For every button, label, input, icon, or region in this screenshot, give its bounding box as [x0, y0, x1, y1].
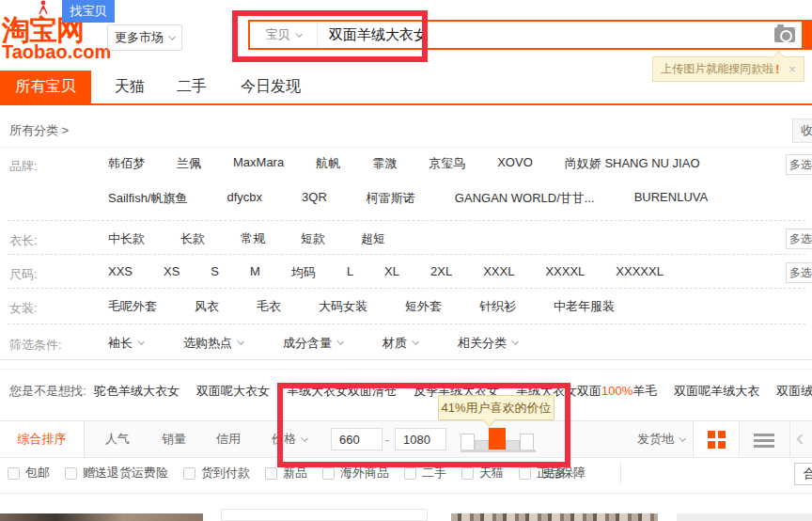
checkbox-overseas[interactable]: 海外商品: [322, 465, 389, 482]
suggest-link[interactable]: 驼色羊绒大衣女: [94, 383, 180, 400]
view-grid-button[interactable]: [693, 421, 740, 457]
checkbox-new[interactable]: 新品: [265, 465, 307, 482]
checkbox-icon: [519, 467, 531, 480]
product-image[interactable]: [451, 513, 658, 521]
collapse-panel-button[interactable]: [789, 421, 812, 457]
taobao-search-page: 找宝贝 淘宝网 Taobao.com 更多市场 宝贝 上传图片就能搜同款啦 ! …: [0, 0, 812, 521]
suggest-link[interactable]: 双面呢羊绒大衣: [674, 383, 759, 400]
size-option[interactable]: L: [347, 264, 353, 281]
ship-from-label: 发货地: [637, 431, 674, 448]
merge-same-items-button[interactable]: 合并: [794, 463, 812, 485]
more-filters-dropdown[interactable]: 更多: [542, 465, 578, 482]
close-icon[interactable]: ×: [789, 62, 796, 76]
size-option[interactable]: XS: [164, 264, 180, 281]
brand-option[interactable]: 航帆: [316, 155, 340, 172]
brand-option[interactable]: dfycbx: [227, 190, 263, 207]
women-option[interactable]: 短外套: [405, 298, 442, 315]
brand-option[interactable]: Sailfish/帆旗鱼: [108, 190, 188, 207]
image-search-tooltip: 上传图片就能搜同款啦 ! ×: [652, 56, 804, 82]
filter-label-brand: 品牌:: [9, 158, 38, 175]
size-option[interactable]: XXS: [108, 264, 133, 281]
size-option[interactable]: 2XL: [430, 264, 452, 281]
checkbox-secondhand[interactable]: 二手: [404, 465, 446, 482]
multi-select-size-button[interactable]: 多选: [786, 262, 812, 283]
chevron-down-icon: [336, 338, 344, 345]
suggest-link[interactable]: 双面呢大衣女: [196, 383, 270, 400]
brand-option[interactable]: 柯雷斯诺: [367, 190, 415, 207]
length-option[interactable]: 短款: [301, 230, 325, 247]
brand-option[interactable]: 霏溦: [372, 155, 397, 172]
size-option[interactable]: XL: [384, 264, 399, 281]
size-option[interactable]: 均码: [291, 264, 316, 281]
price-min-input[interactable]: [331, 428, 383, 450]
taobao-logo-en[interactable]: Taobao.com: [2, 41, 111, 63]
chevron-down-icon: [168, 33, 176, 40]
checkbox-cod[interactable]: 货到付款: [183, 465, 250, 482]
search-button[interactable]: [802, 20, 812, 50]
length-option[interactable]: 中长款: [108, 230, 145, 247]
checkbox-tmall[interactable]: 天猫: [461, 465, 504, 482]
sort-credit[interactable]: 信用: [205, 421, 252, 457]
length-option[interactable]: 长款: [180, 230, 205, 247]
size-option[interactable]: S: [211, 264, 219, 281]
find-item-badge[interactable]: 找宝贝: [62, 0, 115, 23]
women-option[interactable]: 毛衣: [257, 298, 281, 315]
brand-option[interactable]: BURENLUVA: [634, 190, 709, 207]
brand-option[interactable]: MaxMara: [233, 155, 284, 172]
brand-option[interactable]: 3QR: [302, 190, 327, 207]
tab-secondhand[interactable]: 二手: [173, 71, 211, 103]
brand-option[interactable]: 兰佩: [177, 155, 201, 172]
filter-label-women: 女装:: [9, 300, 38, 317]
tab-all-items[interactable]: 所有宝贝: [0, 71, 91, 103]
suggest-link[interactable]: 羊绒大衣女双面清仓: [287, 383, 397, 400]
women-option[interactable]: 风衣: [195, 298, 219, 315]
condition-dropdown-related[interactable]: 相关分类: [458, 335, 518, 352]
size-option[interactable]: XXXXL: [545, 264, 585, 281]
length-option[interactable]: 超短: [361, 230, 385, 247]
more-markets-dropdown[interactable]: 更多市场: [107, 24, 182, 51]
more-markets-label: 更多市场: [115, 29, 164, 46]
collapse-button[interactable]: 收: [792, 118, 812, 143]
search-category-dropdown[interactable]: 宝贝: [250, 22, 318, 48]
list-view-icon[interactable]: [754, 434, 774, 450]
brand-option[interactable]: 京玺鸟: [429, 155, 465, 172]
divider: [0, 359, 812, 360]
brand-option[interactable]: 韩佰梦: [108, 155, 145, 172]
length-option[interactable]: 常规: [241, 230, 265, 247]
women-option[interactable]: 毛呢外套: [108, 298, 157, 315]
women-option[interactable]: 中老年服装: [554, 298, 615, 315]
size-option[interactable]: XXXL: [483, 264, 514, 281]
brand-option[interactable]: GANGAN WORLD/甘甘...: [455, 190, 595, 207]
price-max-input[interactable]: [395, 428, 446, 450]
checkbox-return-insurance[interactable]: 赠送退货运费险: [65, 465, 168, 482]
sort-price-dropdown[interactable]: 价格: [263, 421, 316, 457]
condition-dropdown-sleeve[interactable]: 袖长: [108, 335, 144, 352]
condition-dropdown-composition[interactable]: 成分含量: [283, 335, 343, 352]
size-option[interactable]: XXXXXL: [616, 264, 664, 281]
condition-dropdown-hotspot[interactable]: 选购热点: [183, 335, 243, 352]
tab-tmall[interactable]: 天猫: [108, 71, 151, 103]
checkbox-icon: [8, 467, 20, 480]
multi-select-length-button[interactable]: 多选: [786, 229, 812, 249]
tab-today-discovery[interactable]: 今日发现: [237, 71, 304, 103]
women-option[interactable]: 针织衫: [479, 298, 516, 315]
product-image[interactable]: [677, 513, 812, 521]
sort-composite[interactable]: 综合排序: [0, 421, 85, 457]
brand-option[interactable]: 尚奴娇 SHANG NU JIAO: [565, 155, 700, 172]
product-image[interactable]: [0, 513, 203, 521]
more-filters-label: 更多: [542, 465, 567, 482]
product-card[interactable]: [221, 509, 428, 521]
checkbox-free-shipping[interactable]: 包邮: [8, 465, 50, 482]
sort-popularity[interactable]: 人气: [94, 421, 141, 457]
suggest-link[interactable]: 双面绒大衣女: [776, 383, 812, 400]
multi-select-brand-button[interactable]: 多选: [786, 154, 812, 175]
sort-sales[interactable]: 销量: [150, 421, 197, 457]
women-option[interactable]: 大码女装: [319, 298, 367, 315]
ship-from-dropdown[interactable]: 发货地: [637, 421, 685, 457]
breadcrumb[interactable]: 所有分类 >: [9, 122, 69, 139]
brand-option[interactable]: XOVO: [497, 155, 533, 172]
condition-dropdown-material[interactable]: 材质: [383, 335, 418, 352]
search-input[interactable]: [318, 22, 810, 48]
camera-search-icon[interactable]: [774, 27, 795, 42]
size-option[interactable]: M: [250, 264, 260, 281]
